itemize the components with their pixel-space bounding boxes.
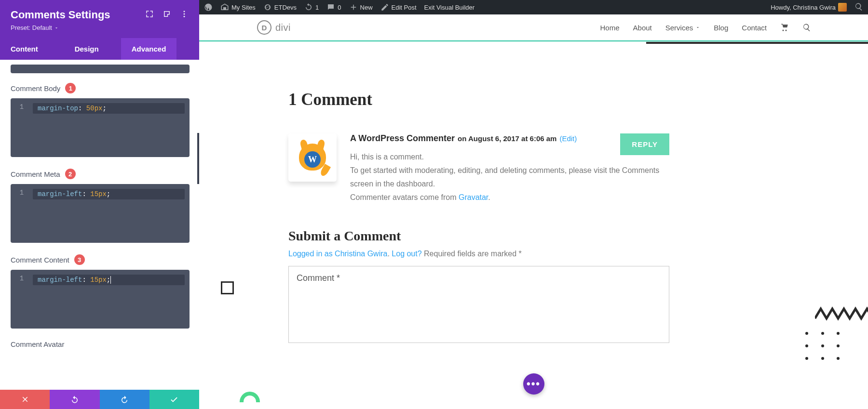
submit-heading: Submit a Comment (288, 228, 669, 244)
comments-link[interactable]: 0 (326, 3, 341, 12)
badge-1: 1 (65, 83, 76, 93)
sidebar-title: Comments Settings (11, 9, 110, 21)
redo-button[interactable] (100, 390, 149, 409)
logout-link[interactable]: Log out? (392, 250, 421, 258)
nav-services[interactable]: Services (665, 24, 701, 32)
responsive-icon[interactable] (163, 9, 171, 21)
user-avatar (838, 3, 847, 12)
field-label-meta: Comment Meta 2 (11, 169, 190, 179)
wp-admin-bar: My Sites ETDevs 1 0 New Edit Post Exit V… (199, 0, 868, 14)
exit-vb-link[interactable]: Exit Visual Builder (424, 4, 475, 11)
tab-design[interactable]: Design (64, 38, 109, 60)
tab-advanced[interactable]: Advanced (121, 38, 177, 60)
search-icon[interactable] (802, 23, 811, 32)
cancel-button[interactable] (0, 390, 50, 409)
sidebar-body: Comment Body 1 1 margin-top: 50px; Comme… (0, 60, 199, 390)
main-preview: My Sites ETDevs 1 0 New Edit Post Exit V… (199, 0, 868, 409)
field-label-body: Comment Body 1 (11, 83, 190, 93)
svg-point-1 (184, 13, 185, 15)
comment-item: REPLY W A WordPress Commenter on August … (288, 133, 669, 204)
decorative-dots (805, 332, 844, 361)
builder-fab[interactable]: ••• (523, 373, 544, 395)
updates-link[interactable]: 1 (304, 3, 319, 12)
wp-logo-icon[interactable] (204, 3, 213, 12)
more-icon[interactable] (180, 9, 189, 21)
line-gutter: 1 (11, 103, 33, 114)
comment-edit-link[interactable]: (Edit) (559, 134, 577, 143)
expand-icon[interactable] (145, 9, 154, 21)
reply-button[interactable]: REPLY (620, 133, 669, 155)
field-label-content: Comment Content 3 (11, 254, 190, 265)
logo-mark: D (257, 20, 271, 35)
css-editor-body[interactable]: 1 margin-top: 50px; (11, 98, 190, 157)
collapsed-field[interactable] (11, 65, 190, 73)
field-label-avatar: Comment Avatar (11, 340, 190, 348)
badge-3: 3 (74, 254, 85, 265)
admin-search-icon[interactable] (854, 2, 863, 13)
comment-avatar: W (288, 133, 337, 182)
css-line[interactable]: margin-top: 50px; (33, 103, 185, 114)
nav-blog[interactable]: Blog (714, 24, 728, 32)
logo-text: divi (275, 22, 291, 33)
site-header: D divi Home About Services Blog Contact (199, 14, 868, 41)
sidebar-footer (0, 390, 199, 409)
decorative-arc (240, 392, 260, 402)
nav-about[interactable]: About (633, 24, 652, 32)
my-sites-link[interactable]: My Sites (220, 3, 256, 12)
chevron-down-icon (695, 25, 700, 30)
comment-textarea[interactable]: Comment * (288, 266, 669, 343)
sidebar-tabs: Content Design Advanced (0, 38, 199, 60)
preset-dropdown[interactable]: Preset: Default (11, 24, 189, 31)
svg-point-0 (184, 11, 185, 12)
save-button[interactable] (149, 390, 199, 409)
svg-point-2 (184, 16, 185, 17)
site-name-link[interactable]: ETDevs (263, 3, 297, 12)
howdy-link[interactable]: Howdy, Christina Gwira (771, 3, 847, 12)
new-link[interactable]: New (349, 3, 373, 12)
sidebar-header: Comments Settings Preset: Default (0, 0, 199, 38)
cart-icon[interactable] (780, 23, 789, 32)
edit-post-link[interactable]: Edit Post (380, 3, 417, 12)
primary-nav: Home About Services Blog Contact (600, 23, 811, 32)
nav-home[interactable]: Home (600, 24, 620, 32)
badge-2: 2 (65, 169, 76, 179)
tab-content[interactable]: Content (0, 38, 49, 60)
login-status: Logged in as Christina Gwira. Log out? R… (288, 250, 669, 258)
comments-heading: 1 Comment (288, 90, 669, 109)
gravatar-link[interactable]: Gravatar (459, 193, 488, 201)
comment-text: Hi, this is a comment. To get started wi… (350, 150, 669, 204)
css-line[interactable]: margin-left: 15px; (33, 275, 185, 285)
decorative-strip (646, 42, 868, 44)
comment-author[interactable]: A WordPress Commenter (350, 133, 455, 144)
nav-contact[interactable]: Contact (742, 24, 767, 32)
css-editor-meta[interactable]: 1 margin-left: 15px; (11, 184, 190, 243)
settings-sidebar: Comments Settings Preset: Default Conten… (0, 0, 199, 409)
comment-meta: on August 6, 2017 at 6:06 am (458, 134, 556, 143)
site-logo[interactable]: D divi (257, 20, 291, 35)
undo-button[interactable] (50, 390, 99, 409)
decorative-square (221, 281, 234, 294)
css-line[interactable]: margin-left: 15px; (33, 189, 185, 199)
css-editor-content[interactable]: 1 margin-left: 15px; (11, 270, 190, 329)
decorative-squiggle (815, 304, 868, 323)
line-gutter: 1 (11, 189, 33, 199)
line-gutter: 1 (11, 275, 33, 285)
logged-in-link[interactable]: Logged in as Christina Gwira (288, 250, 387, 258)
